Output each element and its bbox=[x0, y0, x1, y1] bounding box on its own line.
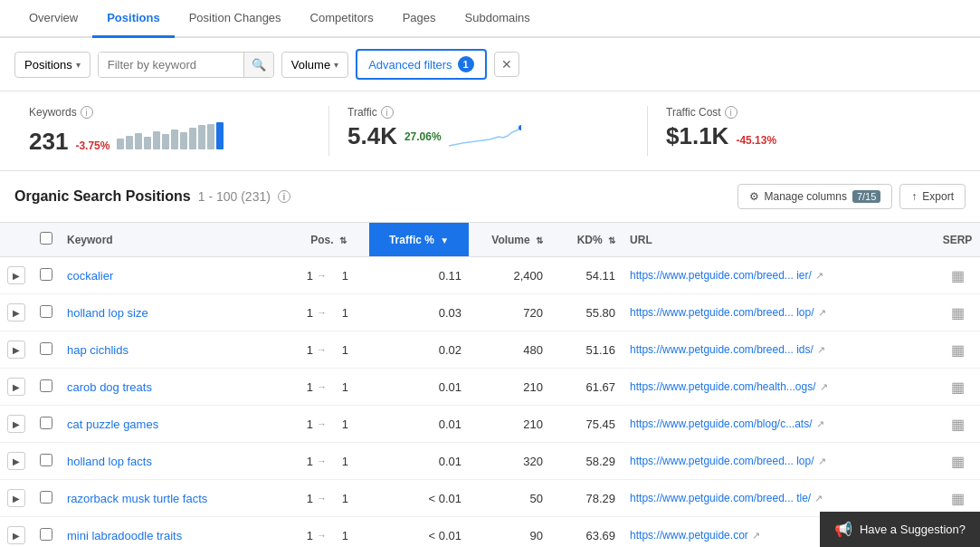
serp-icon[interactable]: ▦ bbox=[951, 342, 965, 358]
url-link[interactable]: https://www.petguide.com/breed... lop/ bbox=[630, 455, 813, 467]
traffic-sort-icon: ▼ bbox=[440, 235, 449, 245]
external-link-icon[interactable]: ↗ bbox=[818, 456, 826, 467]
tab-pages[interactable]: Pages bbox=[388, 0, 451, 38]
url-cell: https://www.petguide.com/breed... lop/ ↗ bbox=[623, 443, 935, 480]
gear-icon: ⚙ bbox=[749, 190, 759, 203]
expand-button[interactable]: ▶ bbox=[7, 378, 25, 396]
volume-dropdown[interactable]: Volume ▾ bbox=[281, 52, 348, 78]
expand-button[interactable]: ▶ bbox=[7, 526, 25, 544]
keyword-link[interactable]: mini labradoodle traits bbox=[67, 529, 182, 542]
col-traffic-header[interactable]: Traffic % ▼ bbox=[369, 223, 469, 257]
row-checkbox[interactable] bbox=[40, 342, 52, 355]
col-pos-header[interactable]: Pos. ⇅ bbox=[288, 223, 369, 257]
traffic-cost-info-icon[interactable]: i bbox=[725, 106, 737, 119]
url-link[interactable]: https://www.petguide.com/breed... ier/ bbox=[630, 269, 812, 282]
volume-cell: 210 bbox=[469, 369, 550, 406]
keyword-link[interactable]: carob dog treats bbox=[67, 380, 152, 394]
table-header-row: Keyword Pos. ⇅ Traffic % ▼ Volume ⇅ KD% … bbox=[0, 223, 980, 257]
tab-overview[interactable]: Overview bbox=[14, 0, 92, 38]
external-link-icon[interactable]: ↗ bbox=[814, 493, 823, 504]
external-link-icon[interactable]: ↗ bbox=[818, 307, 826, 319]
row-checkbox[interactable] bbox=[40, 268, 52, 281]
serp-icon[interactable]: ▦ bbox=[951, 491, 965, 506]
search-icon[interactable]: 🔍 bbox=[243, 53, 273, 77]
serp-icon[interactable]: ▦ bbox=[951, 305, 965, 321]
manage-columns-button[interactable]: ⚙ Manage columns 7/15 bbox=[737, 184, 893, 209]
keywords-info-icon[interactable]: i bbox=[81, 106, 93, 119]
select-all-checkbox[interactable] bbox=[40, 232, 52, 245]
keyword-link[interactable]: holland lop size bbox=[67, 306, 148, 320]
search-input[interactable] bbox=[99, 53, 243, 77]
expand-button[interactable]: ▶ bbox=[7, 452, 25, 470]
row-checkbox[interactable] bbox=[40, 417, 52, 429]
external-link-icon[interactable]: ↗ bbox=[820, 381, 828, 393]
keyword-link[interactable]: hap cichlids bbox=[67, 343, 128, 357]
row-checkbox[interactable] bbox=[40, 491, 52, 504]
external-link-icon[interactable]: ↗ bbox=[817, 344, 825, 356]
tab-position-changes[interactable]: Position Changes bbox=[175, 0, 296, 38]
url-link[interactable]: https://www.petguide.com/health...ogs/ bbox=[630, 380, 815, 393]
col-serp-header[interactable]: SERP bbox=[935, 223, 980, 257]
expand-button[interactable]: ▶ bbox=[7, 341, 25, 359]
kd-value: 61.67 bbox=[586, 380, 616, 394]
serp-icon[interactable]: ▦ bbox=[951, 379, 965, 395]
external-link-icon[interactable]: ↗ bbox=[816, 418, 824, 430]
keyword-link[interactable]: cat puzzle games bbox=[67, 417, 158, 431]
url-link[interactable]: https://www.petguide.cor bbox=[630, 529, 748, 542]
serp-icon[interactable]: ▦ bbox=[951, 454, 965, 469]
col-url-header[interactable]: URL bbox=[623, 223, 935, 257]
expand-button[interactable]: ▶ bbox=[7, 303, 25, 321]
traffic-cost-metric: Traffic Cost i $1.1K -45.13% bbox=[648, 106, 966, 156]
external-link-icon[interactable]: ↗ bbox=[815, 270, 823, 282]
expand-button[interactable]: ▶ bbox=[7, 489, 25, 507]
tab-positions[interactable]: Positions bbox=[92, 0, 175, 38]
expand-cell: ▶ bbox=[0, 443, 33, 480]
keyword-link[interactable]: cockalier bbox=[67, 269, 113, 283]
table-row: ▶ cockalier 1 → 1 0.11 2,400 54.11 https… bbox=[0, 257, 980, 294]
clear-filters-button[interactable]: ✕ bbox=[494, 52, 519, 77]
keyword-link[interactable]: holland lop facts bbox=[67, 455, 152, 468]
row-checkbox[interactable] bbox=[40, 305, 52, 318]
url-link[interactable]: https://www.petguide.com/breed... ids/ bbox=[630, 343, 813, 356]
export-button[interactable]: ↑ Export bbox=[899, 184, 966, 209]
traffic-cell: < 0.01 bbox=[369, 480, 469, 517]
serp-icon[interactable]: ▦ bbox=[951, 268, 965, 283]
kd-value: 55.80 bbox=[586, 306, 616, 320]
keyword-link[interactable]: razorback musk turtle facts bbox=[67, 492, 207, 505]
expand-cell: ▶ bbox=[0, 406, 33, 443]
volume-cell: 720 bbox=[469, 294, 550, 331]
col-volume-header[interactable]: Volume ⇅ bbox=[469, 223, 550, 257]
traffic-cell: 0.01 bbox=[369, 443, 469, 480]
keyword-cell: holland lop size bbox=[60, 294, 288, 331]
external-link-icon[interactable]: ↗ bbox=[752, 530, 760, 542]
tab-competitors[interactable]: Competitors bbox=[296, 0, 388, 38]
section-actions: ⚙ Manage columns 7/15 ↑ Export bbox=[737, 184, 966, 209]
keyword-cell: carob dog treats bbox=[60, 369, 288, 406]
pos-from: 1 bbox=[295, 455, 313, 468]
checkbox-cell bbox=[33, 294, 60, 331]
advanced-filters-button[interactable]: Advanced filters 1 bbox=[356, 49, 487, 80]
keywords-label: Keywords bbox=[29, 106, 77, 119]
url-link[interactable]: https://www.petguide.com/breed... lop/ bbox=[630, 306, 813, 319]
traffic-sparkline bbox=[449, 123, 521, 150]
row-checkbox[interactable] bbox=[40, 528, 52, 541]
row-checkbox[interactable] bbox=[40, 379, 52, 392]
positions-dropdown[interactable]: Positions ▾ bbox=[14, 52, 90, 78]
section-info-icon[interactable]: i bbox=[278, 190, 290, 203]
pos-cell: 1 → 1 bbox=[288, 480, 369, 517]
pos-to: 1 bbox=[330, 269, 348, 283]
pos-arrow-icon: → bbox=[317, 270, 327, 281]
keywords-metric: Keywords i 231 -3.75% bbox=[14, 106, 329, 156]
traffic-info-icon[interactable]: i bbox=[381, 106, 394, 119]
expand-button[interactable]: ▶ bbox=[7, 415, 25, 433]
col-keyword-header[interactable]: Keyword bbox=[60, 223, 288, 257]
suggestion-banner[interactable]: 📢 Have a Suggestion? bbox=[820, 512, 980, 547]
serp-icon[interactable]: ▦ bbox=[951, 417, 965, 432]
expand-button[interactable]: ▶ bbox=[7, 266, 25, 284]
volume-sort-icon: ⇅ bbox=[536, 235, 543, 245]
url-link[interactable]: https://www.petguide.com/blog/c...ats/ bbox=[630, 417, 812, 430]
url-link[interactable]: https://www.petguide.com/breed... tle/ bbox=[630, 492, 811, 504]
tab-subdomains[interactable]: Subdomains bbox=[451, 0, 545, 38]
row-checkbox[interactable] bbox=[40, 454, 52, 466]
col-kd-header[interactable]: KD% ⇅ bbox=[550, 223, 623, 257]
